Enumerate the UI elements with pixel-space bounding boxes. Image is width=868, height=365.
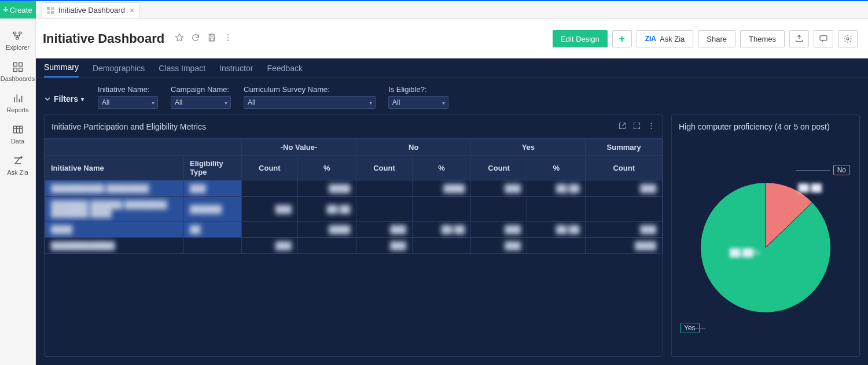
- nav-label: Dashboards: [1, 75, 35, 82]
- table-row[interactable]: ███████████████.███████.█████: [45, 222, 663, 238]
- nav-ask-zia[interactable]: Ask Zia: [0, 149, 36, 180]
- popout-icon[interactable]: [618, 121, 627, 132]
- subtab-demographics[interactable]: Demographics: [93, 64, 145, 78]
- pie-value-no: ██.██: [799, 183, 822, 192]
- table-row[interactable]: █████████████████████████: [45, 238, 663, 254]
- nav-label: Data: [11, 138, 24, 145]
- filter-0: Initiative Name:All: [98, 85, 158, 109]
- filter-select[interactable]: All: [171, 96, 231, 109]
- gear-icon: [843, 34, 852, 43]
- filter-select[interactable]: All: [244, 96, 376, 109]
- subtab-class-impact[interactable]: Class Impact: [159, 64, 205, 78]
- col-group-novalue: -No Value-: [242, 139, 356, 156]
- grid-icon: [12, 61, 24, 73]
- filter-select[interactable]: All: [98, 96, 158, 109]
- metrics-table: -No Value- No Yes Summary Initiative Nam…: [45, 139, 663, 254]
- table-row[interactable]: ███████ ██████ ████████ ███████ ████████…: [45, 197, 663, 222]
- svg-rect-12: [51, 11, 54, 14]
- filter-select[interactable]: All: [388, 96, 448, 109]
- col-group-summary: Summary: [586, 139, 663, 156]
- action-bar: Edit Design + ZIAAsk Zia Share Themes: [553, 30, 858, 47]
- nav-dashboards[interactable]: Dashboards: [0, 56, 36, 87]
- pie-widget: High computer proficiency (4 or 5 on pos…: [671, 115, 860, 357]
- pie-value-yes: ██.██%: [730, 248, 760, 257]
- svg-point-16: [227, 37, 229, 38]
- export-icon: [795, 34, 804, 43]
- col-eligibility-type: Eligibility Type: [184, 156, 242, 180]
- share-button[interactable]: Share: [698, 30, 735, 47]
- subtab-instructor[interactable]: Instructor: [219, 64, 253, 78]
- save-icon[interactable]: [207, 33, 216, 45]
- left-sidebar: + Create Explorer Dashboards Reports Dat…: [0, 1, 36, 365]
- pie-chart: ██.██ ██.██% No Yes: [672, 138, 859, 356]
- content-area: SummaryDemographicsClass ImpactInstructo…: [36, 58, 868, 365]
- page-title: Initiative Dashboard: [43, 31, 164, 46]
- comments-button[interactable]: [814, 30, 833, 47]
- nav-data[interactable]: Data: [0, 118, 36, 149]
- nav-label: Reports: [6, 106, 29, 113]
- svg-rect-14: [211, 38, 214, 41]
- table-icon: [12, 124, 24, 135]
- svg-rect-4: [19, 63, 22, 67]
- ask-zia-button[interactable]: ZIAAsk Zia: [637, 30, 694, 47]
- plus-icon: +: [3, 5, 8, 15]
- refresh-icon[interactable]: [191, 33, 200, 45]
- filter-2: Curriculum Survey Name:All: [244, 85, 376, 109]
- col-initiative-name: Initiative Name: [45, 156, 184, 180]
- filters-toggle[interactable]: Filters ▾: [44, 85, 84, 104]
- kebab-icon[interactable]: [647, 121, 656, 132]
- svg-rect-5: [13, 68, 17, 72]
- svg-rect-6: [19, 68, 22, 72]
- svg-rect-2: [16, 38, 18, 39]
- nav-explorer[interactable]: Explorer: [0, 24, 36, 56]
- tab-title: Initiative Dashboard: [58, 6, 125, 14]
- close-icon[interactable]: ×: [130, 6, 134, 15]
- svg-point-15: [227, 34, 229, 35]
- svg-rect-11: [47, 11, 50, 14]
- filter-label: Initiative Name:: [98, 85, 158, 94]
- table-widget: Initiative Participation and Eligibility…: [44, 115, 663, 357]
- table-row[interactable]: ██████████ ████████████████████████.████…: [45, 180, 663, 197]
- caret-icon: ▾: [81, 96, 84, 102]
- chat-icon: [819, 34, 828, 43]
- filters-label: Filters: [54, 94, 78, 104]
- svg-rect-7: [13, 126, 22, 133]
- filter-3: Is Eligible?:All: [388, 85, 448, 109]
- tab-strip: Initiative Dashboard ×: [36, 1, 868, 19]
- star-icon[interactable]: [175, 33, 184, 45]
- zia-icon: ZIA: [645, 35, 656, 43]
- kebab-icon[interactable]: [223, 33, 233, 45]
- edit-design-button[interactable]: Edit Design: [553, 30, 607, 47]
- pie-legend-no[interactable]: No: [833, 165, 850, 175]
- tab-initiative-dashboard[interactable]: Initiative Dashboard ×: [42, 2, 139, 17]
- svg-point-19: [847, 38, 849, 40]
- table-widget-title: Initiative Participation and Eligibility…: [52, 122, 612, 131]
- svg-rect-18: [820, 36, 827, 40]
- nav-reports[interactable]: Reports: [0, 87, 36, 118]
- pie-widget-title: High computer proficiency (4 or 5 on pos…: [679, 122, 852, 131]
- col-group-no: No: [356, 139, 471, 156]
- svg-rect-3: [13, 63, 17, 67]
- tree-icon: [12, 30, 24, 42]
- settings-button[interactable]: [838, 30, 858, 47]
- svg-rect-10: [51, 7, 54, 10]
- subtab-feedback[interactable]: Feedback: [267, 64, 302, 78]
- svg-rect-13: [211, 34, 214, 36]
- export-button[interactable]: [789, 30, 809, 47]
- themes-button[interactable]: Themes: [740, 30, 785, 47]
- sub-tabs: SummaryDemographicsClass ImpactInstructo…: [36, 58, 868, 78]
- svg-rect-1: [19, 32, 21, 34]
- create-button[interactable]: + Create: [0, 1, 36, 19]
- subtab-summary[interactable]: Summary: [44, 62, 79, 78]
- svg-point-8: [20, 157, 22, 158]
- widgets-row: Initiative Participation and Eligibility…: [36, 115, 868, 365]
- nav-label: Ask Zia: [7, 169, 28, 176]
- col-group-yes: Yes: [471, 139, 586, 156]
- expand-icon[interactable]: [632, 121, 641, 132]
- add-widget-button[interactable]: +: [612, 30, 632, 47]
- filters-row: Filters ▾ Initiative Name:AllCampaign Na…: [36, 78, 868, 115]
- zia-icon: [12, 155, 24, 167]
- svg-point-22: [651, 127, 652, 128]
- svg-point-21: [651, 125, 652, 126]
- dashboard-tab-icon: [47, 7, 54, 14]
